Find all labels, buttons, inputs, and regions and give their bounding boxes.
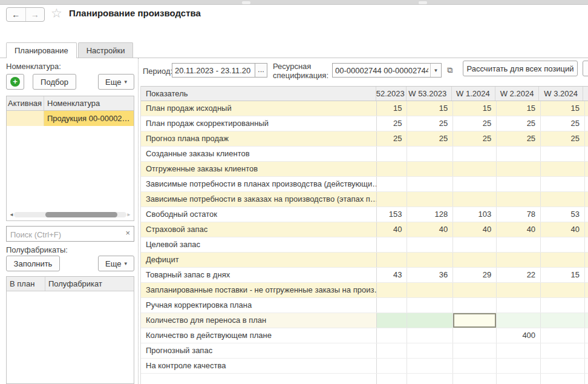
value-cell[interactable]: 153 — [376, 207, 407, 222]
value-cell[interactable] — [496, 192, 540, 207]
table-row[interactable]: Страховой запас4040404040 — [141, 222, 588, 237]
value-cell[interactable] — [407, 253, 452, 267]
value-cell[interactable] — [496, 313, 540, 328]
week-column-header[interactable]: W 1.2024 — [451, 87, 495, 101]
resource-spec-input[interactable] — [333, 64, 431, 77]
week-column-header[interactable]: 52.2023 — [376, 87, 406, 101]
value-cell[interactable] — [407, 162, 452, 176]
value-cell[interactable]: 22 — [496, 268, 540, 282]
table-row[interactable]: На контроле качества — [141, 359, 588, 374]
value-cell[interactable]: 25 — [407, 116, 452, 131]
clear-search-icon[interactable]: × — [125, 228, 130, 237]
scrollbar-track[interactable] — [14, 212, 126, 217]
value-cell[interactable] — [540, 328, 584, 343]
indicator-column-header[interactable]: Показатель — [141, 87, 376, 101]
value-cell[interactable] — [407, 192, 452, 207]
selected-cell[interactable] — [452, 313, 496, 328]
value-cell[interactable] — [407, 328, 452, 343]
calculate-all-button[interactable]: Рассчитать для всех позиций — [463, 61, 578, 76]
value-cell[interactable]: 25 — [452, 116, 496, 131]
favorite-star-icon[interactable]: ☆ — [51, 6, 62, 21]
value-cell[interactable] — [496, 237, 540, 252]
table-row[interactable]: Созданные заказы клиентов — [141, 147, 588, 162]
value-cell[interactable]: 40 — [452, 222, 496, 237]
value-cell[interactable] — [452, 192, 496, 207]
value-cell[interactable]: 15 — [496, 101, 540, 116]
row-label[interactable]: Страховой запас — [141, 222, 376, 237]
value-cell[interactable] — [540, 253, 584, 267]
value-cell[interactable] — [452, 162, 496, 176]
value-cell[interactable] — [452, 343, 496, 358]
value-cell[interactable] — [496, 162, 540, 176]
row-label[interactable]: Целевой запас — [141, 237, 376, 252]
value-cell[interactable] — [540, 147, 584, 161]
value-cell[interactable] — [452, 147, 496, 161]
row-label[interactable] — [141, 374, 376, 384]
row-label[interactable]: Прогнозный запас — [141, 343, 376, 358]
value-cell[interactable] — [376, 298, 407, 313]
week-column-header[interactable]: W 2.2024 — [495, 87, 539, 101]
value-cell[interactable]: 15 — [540, 268, 584, 282]
value-cell[interactable] — [496, 374, 540, 384]
fill-button[interactable]: Заполнить — [6, 256, 60, 271]
value-cell[interactable] — [376, 328, 407, 343]
value-cell[interactable] — [376, 237, 407, 252]
value-cell[interactable]: 25 — [376, 116, 407, 131]
scroll-left-icon[interactable]: ◄ — [9, 211, 14, 218]
value-cell[interactable]: 15 — [407, 101, 452, 116]
value-cell[interactable]: 15 — [540, 101, 584, 116]
period-input[interactable] — [172, 64, 255, 77]
value-cell[interactable] — [376, 283, 407, 297]
value-cell[interactable] — [407, 177, 452, 191]
value-cell[interactable] — [496, 177, 540, 191]
value-cell[interactable] — [376, 147, 407, 161]
table-row[interactable]: Зависимые потребности в планах производс… — [141, 177, 588, 192]
value-cell[interactable]: 78 — [496, 207, 540, 222]
table-row[interactable]: План продаж исходный1515151515 — [141, 101, 588, 116]
value-cell[interactable] — [376, 162, 407, 176]
table-row[interactable]: Количество в действующем плане400 — [141, 328, 588, 343]
row-label[interactable]: Свободный остаток — [141, 207, 376, 222]
value-cell[interactable] — [540, 162, 584, 176]
column-header-nomenclature[interactable]: Номенклатура — [44, 96, 134, 110]
row-label[interactable]: Запланированные поставки - не отгруженны… — [141, 283, 376, 297]
table-row[interactable] — [141, 374, 588, 384]
value-cell[interactable] — [496, 343, 540, 358]
clipped-button[interactable] — [583, 61, 588, 76]
table-row[interactable]: Свободный остаток1531281037853 — [141, 207, 588, 222]
value-cell[interactable] — [452, 283, 496, 297]
column-header-semiproduct[interactable]: Полуфабрикат — [45, 277, 134, 291]
chevron-down-icon[interactable]: ▼ — [430, 64, 441, 77]
value-cell[interactable] — [540, 359, 584, 373]
value-cell[interactable] — [452, 328, 496, 343]
table-row[interactable]: Количество для переноса в план — [141, 313, 588, 328]
value-cell[interactable] — [452, 359, 496, 373]
table-row[interactable]: Дефицит — [141, 253, 588, 268]
value-cell[interactable]: 43 — [376, 268, 407, 282]
value-cell[interactable] — [452, 253, 496, 267]
value-cell[interactable] — [407, 298, 452, 313]
week-column-header[interactable]: W 3.2024 — [538, 87, 583, 101]
row-label[interactable]: На контроле качества — [141, 359, 376, 373]
forward-button[interactable]: → — [26, 8, 45, 21]
value-cell[interactable]: 400 — [496, 328, 540, 343]
value-cell[interactable] — [376, 253, 407, 267]
table-row[interactable]: Целевой запас — [141, 237, 588, 253]
value-cell[interactable] — [376, 343, 407, 358]
value-cell[interactable] — [540, 298, 584, 313]
value-cell[interactable] — [540, 177, 584, 191]
row-label[interactable]: Зависимые потребности в заказах на произ… — [141, 192, 376, 207]
row-label[interactable]: План продаж исходный — [141, 101, 376, 116]
open-link-icon[interactable]: ⧉ — [444, 63, 456, 78]
semiproducts-more-button[interactable]: Еще ▾ — [98, 256, 134, 271]
value-cell[interactable] — [452, 237, 496, 252]
value-cell[interactable] — [407, 237, 452, 252]
table-row[interactable]: Товарный запас в днях4336292215 — [141, 268, 588, 283]
value-cell[interactable] — [540, 237, 584, 252]
value-cell[interactable] — [496, 359, 540, 373]
value-cell[interactable]: 128 — [407, 207, 452, 222]
value-cell[interactable]: 25 — [496, 116, 540, 131]
value-cell[interactable] — [496, 298, 540, 313]
value-cell[interactable]: 25 — [452, 131, 496, 146]
value-cell[interactable] — [540, 374, 584, 384]
